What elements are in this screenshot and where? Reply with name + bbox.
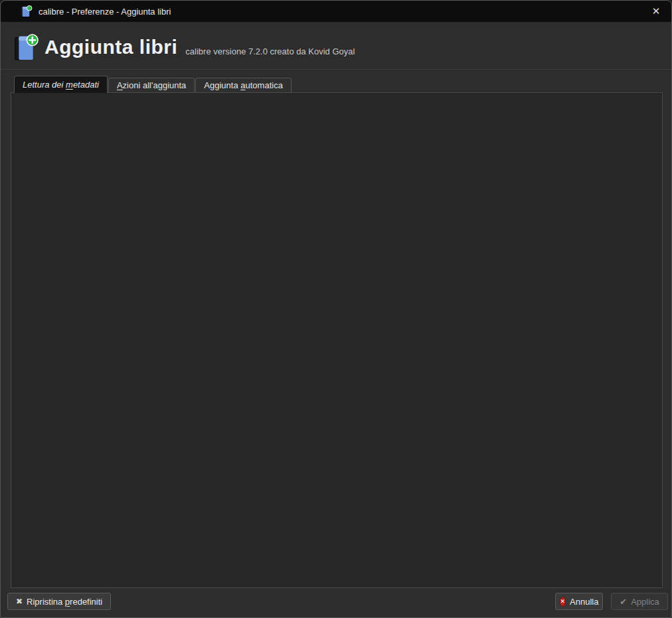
apply-button[interactable]: ✔ Applica xyxy=(611,593,668,610)
tab-azioni-allaggiunta[interactable]: Azioni all'aggiunta xyxy=(108,78,195,93)
apply-label: Applica xyxy=(631,597,659,607)
close-icon[interactable]: ✕ xyxy=(647,3,665,19)
cancel-icon: ✕ xyxy=(560,597,566,607)
header: Aggiunta libri calibre versione 7.2.0 cr… xyxy=(14,30,355,64)
add-books-icon xyxy=(14,33,39,62)
page-title: Aggiunta libri xyxy=(44,36,177,58)
restore-defaults-icon: ✖ xyxy=(16,597,23,606)
tab-lettura-dei-metadati[interactable]: Lettura dei metadati xyxy=(14,76,108,93)
restore-defaults-button[interactable]: ✖ Ripristina predefiniti xyxy=(7,593,111,610)
tab-content-pane xyxy=(11,92,663,588)
apply-check-icon: ✔ xyxy=(620,597,627,607)
cancel-button[interactable]: ✕ Annulla xyxy=(555,593,603,610)
cancel-label: Annulla xyxy=(570,597,598,607)
preferences-window: calibre - Preferenze - Aggiunta libri ✕ … xyxy=(0,0,672,618)
calibre-logo-icon xyxy=(20,5,33,18)
titlebar: calibre - Preferenze - Aggiunta libri ✕ xyxy=(1,1,672,22)
tab-aggiunta-automatica[interactable]: Aggiunta automatica xyxy=(195,78,292,93)
header-separator xyxy=(1,69,672,70)
restore-defaults-label: Ripristina predefiniti xyxy=(27,597,102,607)
tab-bar: Lettura dei metadati Azioni all'aggiunta… xyxy=(14,76,292,93)
version-text: calibre versione 7.2.0 creato da Kovid G… xyxy=(185,46,355,56)
window-title: calibre - Preferenze - Aggiunta libri xyxy=(39,7,171,17)
